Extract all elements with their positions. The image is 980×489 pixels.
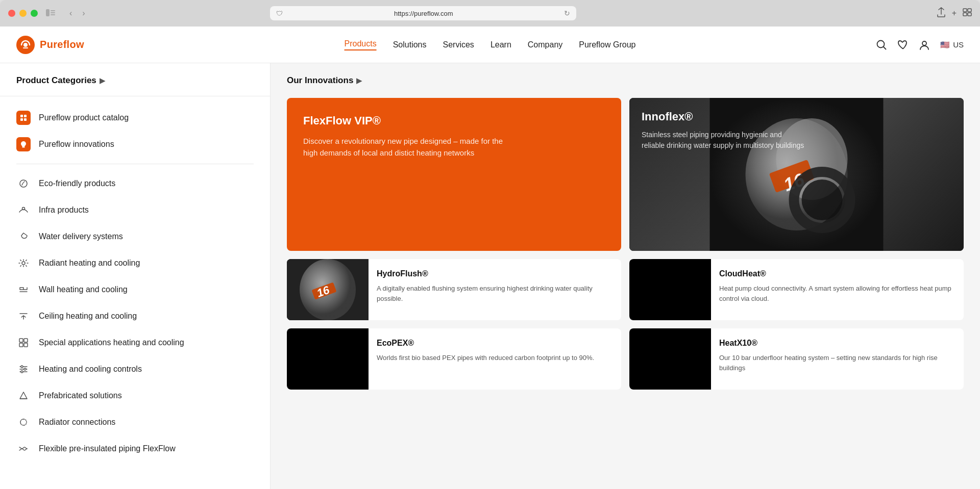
search-button[interactable]	[876, 39, 887, 50]
sidebar-item-eco[interactable]: Eco-friendly products	[0, 170, 270, 197]
heatx10-title: HeatX10®	[719, 339, 955, 348]
sidebar-divider-1	[16, 164, 254, 164]
svg-rect-16	[22, 147, 25, 148]
sidebar-item-flexflow[interactable]: Flexible pre-insulated piping FlexFlow	[0, 435, 270, 462]
svg-point-18	[22, 262, 25, 265]
close-button[interactable]	[8, 10, 15, 17]
water-icon	[16, 229, 31, 244]
address-bar-input[interactable]	[287, 10, 560, 17]
account-button[interactable]	[919, 39, 930, 50]
radiant-icon	[16, 256, 31, 270]
heatx10-content: HeatX10® Our 10 bar underfloor heating s…	[711, 328, 964, 390]
wall-label: Wall heating and cooling	[39, 285, 128, 294]
nav-learn[interactable]: Learn	[491, 40, 511, 49]
svg-point-23	[21, 366, 23, 368]
sidebar-item-radiator[interactable]: Radiator connections	[0, 409, 270, 435]
innoflex-desc: Stainless steel piping providing hygieni…	[642, 130, 805, 151]
ceiling-icon	[16, 309, 31, 323]
panel-title-arrow-icon: ▶	[356, 76, 362, 85]
flag-icon: 🇺🇸	[940, 40, 950, 49]
sidebar-item-catalog[interactable]: Pureflow product catalog	[0, 105, 270, 131]
tabs-button[interactable]	[963, 8, 972, 18]
maximize-button[interactable]	[31, 10, 38, 17]
ecopex-title: EcoPEX®	[377, 339, 613, 348]
browser-titlebar: ‹ › 🛡 ↻ +	[0, 0, 980, 27]
svg-point-17	[22, 208, 25, 210]
special-label: Special applications heating and cooling	[39, 338, 184, 347]
favorites-button[interactable]	[897, 40, 909, 50]
wall-icon	[16, 282, 31, 297]
innovations-middle-row: 16 HydroFlush® A digitally enabled flush…	[287, 259, 964, 320]
flexflow-vip-desc: Discover a revolutionary new pipe design…	[303, 136, 507, 159]
svg-point-32	[802, 179, 843, 220]
sidebar-nav: Pureflow product catalog Pureflow innova…	[0, 96, 270, 470]
main-content: Product Categories ▶	[0, 63, 980, 489]
innoflex-image: 16 Innoflex® Stainless steel piping prov…	[629, 98, 964, 251]
heatx10-visual	[629, 328, 711, 390]
share-button[interactable]	[937, 7, 946, 19]
water-label: Water delivery systems	[39, 232, 123, 241]
nav-services[interactable]: Services	[443, 40, 474, 49]
reload-button[interactable]: ↻	[564, 9, 570, 17]
innovations-icon	[16, 137, 31, 151]
back-button[interactable]: ‹	[67, 7, 74, 20]
svg-rect-5	[968, 9, 971, 12]
sidebar-title-arrow-icon: ▶	[100, 76, 105, 85]
prefab-label: Prefabricated solutions	[39, 391, 122, 400]
sidebar-item-special[interactable]: Special applications heating and cooling	[0, 329, 270, 356]
forward-button[interactable]: ›	[80, 7, 87, 20]
nav-solutions[interactable]: Solutions	[393, 40, 427, 49]
nav-pureflow-group[interactable]: Pureflow Group	[579, 40, 635, 49]
innoflex-overlay: Innoflex® Stainless steel piping providi…	[642, 110, 805, 151]
sidebar: Product Categories ▶	[0, 63, 271, 489]
nav-products[interactable]: Products	[345, 39, 377, 50]
new-tab-button[interactable]: +	[952, 9, 957, 18]
minimize-button[interactable]	[19, 10, 27, 17]
locale-label: US	[953, 40, 964, 49]
sidebar-item-radiant[interactable]: Radiant heating and cooling	[0, 250, 270, 276]
sidebar-item-innovations[interactable]: Pureflow innovations	[0, 131, 270, 158]
heatx10-card[interactable]: HeatX10® Our 10 bar underfloor heating s…	[629, 328, 964, 390]
radiator-icon	[16, 415, 31, 429]
nav-company[interactable]: Company	[528, 40, 562, 49]
sidebar-item-water[interactable]: Water delivery systems	[0, 223, 270, 250]
logo-text: Pureflow	[40, 39, 84, 50]
eco-icon	[16, 176, 31, 191]
catalog-label: Pureflow product catalog	[39, 113, 129, 122]
svg-point-25	[21, 371, 23, 373]
ecopex-card[interactable]: EcoPEX® Worlds first bio based PEX pipes…	[287, 328, 621, 390]
infra-label: Infra products	[39, 205, 89, 215]
svg-rect-22	[24, 343, 28, 347]
sidebar-item-wall[interactable]: Wall heating and cooling	[0, 276, 270, 303]
logo-link[interactable]: Pureflow	[16, 36, 84, 54]
ecopex-content: EcoPEX® Worlds first bio based PEX pipes…	[369, 328, 621, 390]
svg-rect-15	[24, 118, 27, 121]
innovations-top-row: FlexFlow VIP® Discover a revolutionary n…	[287, 98, 964, 251]
traffic-lights	[8, 10, 38, 17]
cloudheat-desc: Heat pump cloud connectivity. A smart sy…	[719, 284, 955, 303]
svg-rect-21	[19, 343, 23, 347]
innoflex-card[interactable]: 16 Innoflex® Stainless steel piping prov…	[629, 98, 964, 251]
ceiling-label: Ceiling heating and cooling	[39, 312, 137, 321]
svg-rect-4	[963, 9, 967, 12]
prefab-icon	[16, 389, 31, 403]
sidebar-toggle-button[interactable]	[44, 6, 57, 21]
locale-button[interactable]: 🇺🇸 US	[940, 40, 964, 49]
browser-window: ‹ › 🛡 ↻ +	[0, 0, 980, 489]
svg-point-24	[24, 368, 26, 370]
nav-right: 🇺🇸 US	[876, 39, 964, 50]
flexflow-vip-title: FlexFlow VIP®	[303, 114, 605, 127]
hydroflush-card[interactable]: 16 HydroFlush® A digitally enabled flush…	[287, 259, 621, 320]
sidebar-item-ceiling[interactable]: Ceiling heating and cooling	[0, 303, 270, 329]
sidebar-item-prefab[interactable]: Prefabricated solutions	[0, 382, 270, 409]
hydroflush-visual: 16	[287, 259, 369, 320]
flexflow-vip-card[interactable]: FlexFlow VIP® Discover a revolutionary n…	[287, 98, 621, 251]
sidebar-title: Product Categories ▶	[0, 75, 270, 96]
website-content: Pureflow Products Solutions Services Lea…	[0, 27, 980, 489]
hydroflush-title: HydroFlush®	[377, 269, 613, 278]
cloudheat-card[interactable]: CloudHeat® Heat pump cloud connectivity.…	[629, 259, 964, 320]
sidebar-item-infra[interactable]: Infra products	[0, 197, 270, 223]
innoflex-title: Innoflex®	[642, 110, 805, 123]
address-bar-container: 🛡 ↻	[270, 6, 576, 20]
sidebar-item-controls[interactable]: Heating and cooling controls	[0, 356, 270, 382]
